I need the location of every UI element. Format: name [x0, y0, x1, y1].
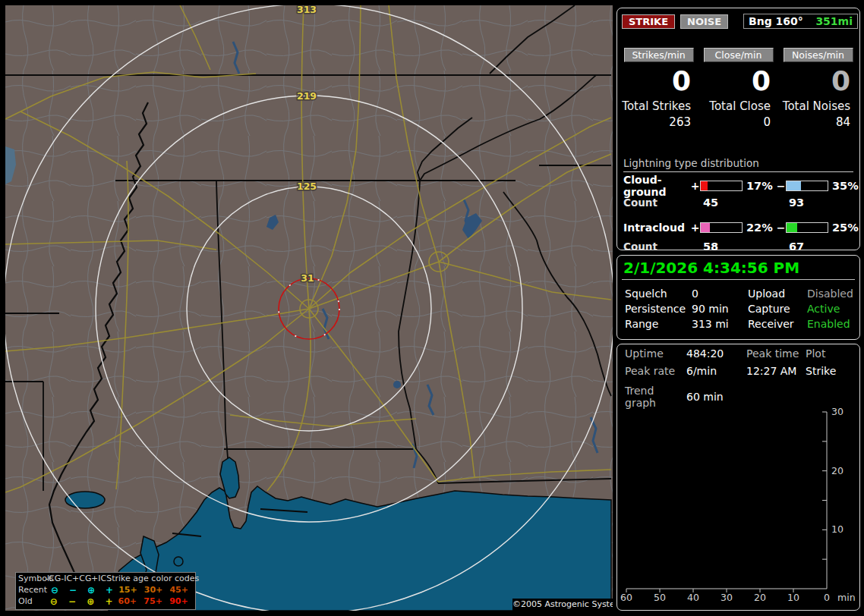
ic-negative-count: 67 [786, 240, 828, 253]
ic-positive-pct: 22% [743, 222, 776, 234]
total-strikes-value: 263 [619, 115, 698, 129]
bearing-range-value: 351mi [815, 15, 853, 27]
uptime-value: 484:20 [686, 347, 746, 360]
range-label: Range [625, 318, 692, 330]
count-label: Count [623, 196, 690, 209]
cloud-ground-label: Cloud-ground [623, 174, 690, 198]
svg-text:10: 10 [831, 523, 844, 535]
cg-neg-old-icon: ⊖ [45, 596, 63, 607]
count-label: Count [623, 240, 690, 253]
noises-per-min-button[interactable]: Noises/min [784, 48, 853, 62]
cg-neg-recent-icon: ⊖ [46, 585, 64, 596]
svg-text:20: 20 [754, 592, 766, 603]
ic-neg-recent-icon: − [64, 585, 82, 596]
strikes-rate-value: 0 [619, 66, 698, 96]
cloud-ground-count-row: Count 45 93 [623, 193, 853, 212]
close-column: Close/min 0 Total Close 0 [698, 48, 778, 129]
ic-pos-recent-icon: + [100, 585, 118, 596]
status-panel: 2/1/2026 4:34:56 PM Squelch 0 Upload Dis… [616, 255, 860, 340]
svg-text:min: min [837, 592, 856, 603]
cg-negative-pct: 35% [828, 180, 856, 192]
plus-sign: + [690, 222, 700, 234]
range-value: 313 mi [692, 318, 748, 330]
legend-header-row: Symbols -CG -IC +CG +IC Strike age color… [16, 573, 195, 584]
trend-graph-row: Trend graph 60 min [617, 385, 859, 401]
svg-text:40: 40 [687, 592, 699, 603]
strike-mode-button[interactable]: STRIKE [622, 14, 675, 29]
legend-symbols-header: Symbols [18, 574, 46, 583]
peak-rate-value: 6/min [686, 365, 746, 377]
strikes-per-min-button[interactable]: Strikes/min [624, 48, 694, 62]
ring-label-219: 219 [297, 90, 317, 102]
legend-col-cg-pos: +CG [72, 574, 91, 583]
svg-text:10: 10 [787, 592, 799, 603]
noises-column: Noises/min 0 Total Noises 84 [778, 48, 858, 129]
legend-old-label: Old [18, 596, 45, 606]
squelch-value: 0 [692, 288, 748, 300]
persistence-label: Persistence [625, 303, 692, 315]
total-noises-value: 84 [778, 115, 858, 129]
ic-positive-count: 58 [700, 240, 743, 253]
app-window: { "header": {"strike":"STRIKE","noise":"… [0, 0, 864, 616]
peak-time-value: 12:27 AM [746, 365, 806, 377]
persistence-value: 90 min [692, 303, 748, 315]
legend-col-ic-pos: +IC [91, 574, 106, 583]
cg-pos-recent-icon: ⊕ [82, 585, 100, 596]
session-row: Uptime 484:20 Peak time Plot [617, 344, 859, 362]
peak-time-label: Peak time [746, 347, 806, 360]
upload-label: Upload [748, 288, 807, 300]
age-60: 60+ [118, 596, 144, 606]
capture-status: Active [807, 303, 859, 315]
legend-recent-row: Recent ⊖ − ⊕ + 15+ 30+ 45+ [16, 584, 195, 596]
cg-positive-pct: 17% [743, 180, 776, 192]
peak-rate-label: Peak rate [625, 365, 686, 377]
cg-negative-count: 93 [786, 196, 828, 209]
datetime-display: 2/1/2026 4:34:56 PM [617, 256, 859, 278]
squelch-label: Squelch [625, 288, 692, 300]
map-legend: Symbols -CG -IC +CG +IC Strike age color… [15, 572, 196, 610]
svg-text:20: 20 [831, 465, 844, 476]
total-strikes-label: Total Strikes [619, 99, 698, 113]
age-75: 75+ [143, 596, 169, 606]
session-row: Peak rate 6/min 12:27 AM Strike [617, 362, 859, 379]
counter-columns: Strikes/min 0 Total Strikes 263 Close/mi… [619, 48, 858, 129]
minus-sign: − [776, 180, 786, 192]
plot-mode-value: Strike [806, 365, 859, 377]
distribution-title: Lightning type distribution [623, 157, 853, 172]
total-close-label: Total Close [698, 99, 778, 113]
intracloud-label: Intracloud [623, 222, 690, 234]
svg-text:50: 50 [654, 592, 666, 603]
mode-row: STRIKE NOISE Bng 160° 351mi [622, 14, 858, 29]
noise-mode-button[interactable]: NOISE [680, 14, 728, 29]
trend-graph: 1020306050403020100min [617, 405, 861, 611]
ic-pos-old-icon: + [99, 596, 118, 607]
legend-col-ic-neg: -IC [61, 574, 72, 583]
cg-negative-bar [786, 181, 828, 191]
receiver-label: Receiver [748, 318, 807, 330]
close-rate-value: 0 [698, 66, 778, 96]
total-close-value: 0 [698, 115, 778, 129]
divider [622, 279, 855, 280]
strikes-column: Strikes/min 0 Total Strikes 263 [619, 48, 698, 129]
ring-label-125: 125 [297, 181, 317, 192]
legend-old-row: Old ⊖ − ⊕ + 60+ 75+ 90+ [16, 596, 195, 607]
cloud-ground-row: Cloud-ground + 17% − 35% [623, 174, 853, 193]
map-canvas: 313 219 125 31 [5, 5, 613, 611]
trend-graph-window: 60 min [686, 391, 859, 403]
svg-text:0: 0 [824, 592, 830, 603]
upload-status: Disabled [807, 288, 859, 300]
radar-map[interactable]: 313 219 125 31 Symbols -CG -IC +CG +IC S… [5, 5, 613, 611]
lightning-distribution: Lightning type distribution Cloud-ground… [623, 157, 853, 256]
svg-text:30: 30 [721, 592, 733, 603]
plot-label: Plot [806, 347, 859, 360]
intracloud-count-row: Count 58 67 [623, 237, 853, 256]
legend-age-title: Strike age color codes [106, 574, 199, 583]
capture-label: Capture [748, 303, 807, 315]
session-panel: Uptime 484:20 Peak time Plot Peak rate 6… [616, 344, 860, 611]
plus-sign: + [690, 180, 700, 192]
bearing-value: Bng 160° [749, 15, 803, 27]
copyright-notice: ©2005 Astrogenic Systems [512, 599, 613, 611]
close-per-min-button[interactable]: Close/min [704, 48, 774, 62]
total-noises-label: Total Noises [778, 99, 858, 113]
ring-label-31: 31 [301, 272, 314, 284]
